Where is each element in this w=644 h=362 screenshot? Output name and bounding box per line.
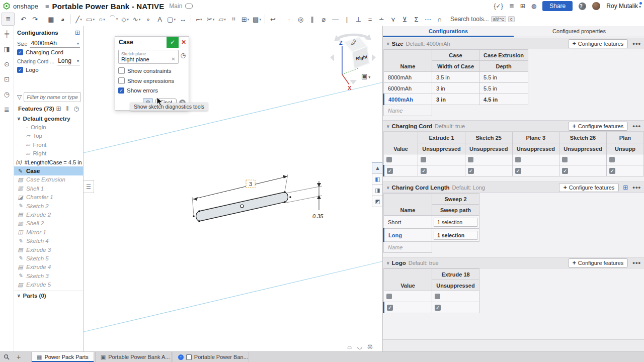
midpoint-constraint-icon[interactable]: ∸ [376,16,387,23]
suppress-checkbox[interactable] [435,305,441,311]
tree-item-extrude-3[interactable]: ▤ Extrude 3 [14,245,83,254]
show-expressions-row[interactable]: Show expressions [118,77,186,84]
line-tool-icon[interactable]: ╱ [73,16,85,23]
configure-features-button[interactable]: +Configure features [568,39,628,48]
configure-features-button[interactable]: +Configure features [568,122,628,131]
filter-icon[interactable]: ▽ [17,94,22,101]
symmetric-constraint-icon[interactable]: ⋎ [387,16,399,23]
sketch-visibility-icon[interactable]: ◨ [372,185,382,196]
tab-portable-power-bank-drawing[interactable]: ↑ Portable Power Ban... [173,352,249,362]
show-constraints-checkbox[interactable] [118,67,125,74]
show-errors-checkbox[interactable] [118,87,124,94]
table-row-active[interactable] [384,165,644,176]
table-row[interactable]: Short 1 selection [384,216,479,229]
use-project-icon[interactable]: ↩ [267,16,279,23]
versions-icon[interactable]: ≣ [509,3,514,10]
tree-item-extrude-4[interactable]: ▤ Extrude 4 [14,263,83,272]
suppress-checkbox[interactable] [435,294,440,299]
coincident-constraint-icon[interactable]: ∙ [283,16,295,23]
text-tool-icon[interactable]: A [154,16,166,23]
clear-selection-icon[interactable]: ✕ [171,56,175,62]
polygon-tool-icon[interactable]: ◇ [119,16,131,23]
angle-icon[interactable]: ◡ [357,343,362,350]
history-clock-icon[interactable]: ◷ [181,52,186,59]
cord-length-dropdown[interactable]: Long [57,57,80,65]
tree-group-default-geometry[interactable]: ∨Default geometry [14,114,83,123]
rectangle-stack-icon[interactable]: ▦ [45,16,57,23]
pattern-tool-icon[interactable]: ⊞ [239,16,251,23]
horizontal-constraint-icon[interactable]: — [330,16,341,23]
new-tab-icon[interactable]: + [13,352,24,362]
ruler-icon[interactable]: ⋯ [422,16,434,23]
equal-constraint-icon[interactable]: = [364,16,376,23]
section-menu-icon[interactable]: ••• [632,40,641,47]
tree-item-top-plane[interactable]: ▱Top [14,132,83,140]
appearance-icon[interactable]: ◨ [4,45,10,53]
size-dropdown[interactable]: 4000mAh [30,39,80,48]
tree-item-sketch-3[interactable]: ✎ Sketch 3 [14,272,83,280]
avatar[interactable] [592,2,600,10]
parallel-constraint-icon[interactable]: ∥ [306,16,318,23]
app-grid-icon[interactable]: ⊞ [520,3,525,10]
selection-box[interactable]: 1 selection [434,218,477,227]
measure-tool-icon[interactable]: ⌗ [228,15,239,23]
selection-box[interactable]: 1 selection [434,231,477,240]
tree-group-parts[interactable]: ∨Parts (0) [14,291,83,300]
tree-item-extrude-2[interactable]: ▤ Extrude 2 [14,210,83,219]
user-name[interactable]: Roy Mutalik [606,3,641,10]
suppress-checkbox[interactable] [386,157,392,162]
concentric-constraint-icon[interactable]: ◎ [295,16,306,23]
table-row-active[interactable]: 4000mAh 3 in 4.5 in [384,94,528,105]
suppress-checkbox[interactable] [609,168,615,174]
learning-center-icon[interactable]: ◍ [531,3,536,10]
suppress-checkbox[interactable] [386,294,392,299]
cancel-button[interactable]: ✕ [179,37,189,48]
workspace-name[interactable]: Main [169,3,182,10]
logo-checkbox[interactable] [17,67,23,73]
tree-item-shell-2[interactable]: ▥ Shell 2 [14,219,83,228]
help-icon[interactable]: ? [579,3,586,10]
tab-power-pack-parts[interactable]: ▦ Power Pack Parts [31,352,94,362]
configure-features-button[interactable]: +Configure features [559,183,619,192]
rectangle-tool-icon[interactable]: ▭ [85,16,96,23]
suppress-checkbox[interactable] [387,168,393,174]
collapse-icon[interactable]: ∨ [386,260,390,265]
circle-tool-icon[interactable]: ○ [96,16,108,23]
link-icon[interactable] [185,4,193,9]
configurations-panel-icon[interactable]: ╪ [5,30,9,38]
sketch-plane-field[interactable]: Sketch plane Right plane ✕ [118,50,179,64]
config-table-icon[interactable]: ⊞ [75,29,80,36]
show-errors-row[interactable]: Show errors [118,87,186,94]
point-tool-icon[interactable]: ∘ [142,16,154,23]
section-menu-icon[interactable]: ••• [632,184,641,191]
collapse-icon[interactable]: ∨ [386,124,390,129]
viewport-flyout-icon[interactable]: ☰ [84,180,94,193]
tree-item-sketch-4[interactable]: ✎ Sketch 4 [14,236,83,245]
tree-item-sketch-2[interactable]: ✎ Sketch 2 [14,202,83,210]
normal-constraint-icon[interactable]: ∩ [434,16,445,23]
dimension-tool-icon[interactable]: ↔ [177,16,189,23]
tree-item-origin[interactable]: ◦Origin [14,123,83,131]
fix-constraint-icon[interactable]: ⊻ [399,16,411,23]
suspend-icon[interactable]: ‖ [66,105,69,112]
tree-item-mirror-1[interactable]: ◫ Mirror 1 [14,228,83,236]
versions-graph-icon[interactable]: ⊡ [4,75,10,83]
charging-cord-checkbox[interactable] [17,49,23,55]
vertical-constraint-icon[interactable]: | [341,16,353,23]
configure-features-button[interactable]: +Configure features [568,258,628,267]
graphics-viewport[interactable]: 3 0.35 Top Right Z X ▣ [84,26,382,352]
tree-item-shell-1[interactable]: ▥ Shell 1 [14,184,83,193]
suppress-checkbox[interactable] [515,157,521,162]
tree-item-chamfer-1[interactable]: ◪ Chamfer 1 [14,193,83,202]
tab-portable-power-bank-assembly[interactable]: ▣ Portable Power Bank A... [95,352,172,362]
suppress-checkbox[interactable] [468,168,474,174]
tree-item-case-extrusion[interactable]: ▤ Case Extrusion [14,175,83,184]
offset-tool-icon[interactable]: ▱ [216,16,228,23]
insert-image-icon[interactable]: ▤ [251,16,263,23]
collapse-icon[interactable]: ∨ [386,41,390,46]
accept-button[interactable]: ✓ [167,37,179,48]
table-view-icon[interactable]: ⊞ [623,184,628,191]
new-row[interactable]: Name [384,242,479,253]
rollback-icon[interactable]: ◷ [74,105,79,112]
section-menu-icon[interactable]: ••• [632,259,641,266]
